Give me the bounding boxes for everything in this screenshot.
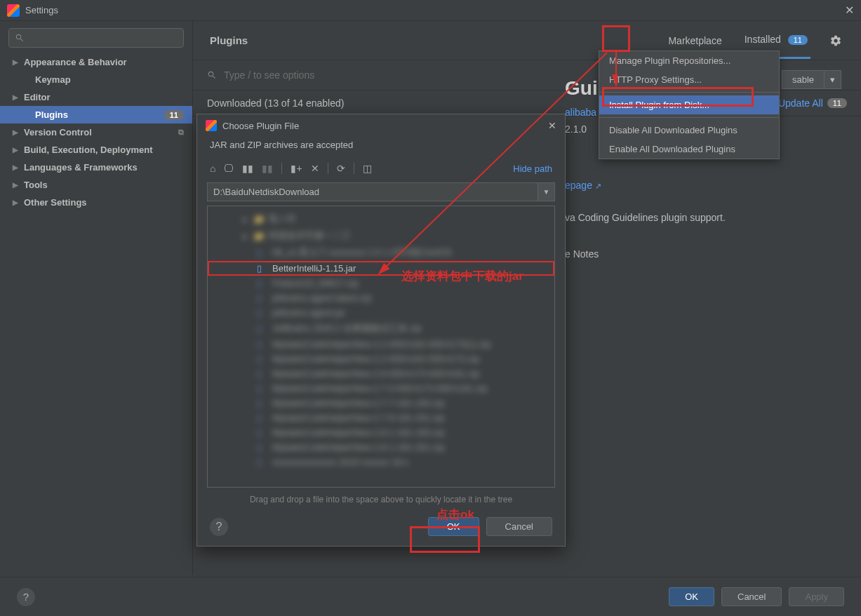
ok-button[interactable]: OK (669, 587, 714, 606)
chevron-right-icon: ▶ (13, 181, 20, 189)
help-button[interactable]: ? (210, 518, 228, 536)
close-icon[interactable]: ✕ (845, 4, 854, 17)
cancel-button[interactable]: Cancel (486, 517, 552, 536)
menu-item-enable-all-downloaded-plugins[interactable]: Enable All Downloaded Plugins (599, 140, 779, 159)
downloaded-label: Downloaded (13 of 14 enabled) (207, 98, 344, 109)
chevron-right-icon: ▶ (13, 128, 20, 136)
list-item[interactable]: ▯MybatisCodeHelperNew-2.2-IDEA162-IDEA17… (208, 337, 554, 351)
sidebar-item-label: Version Control (24, 127, 92, 138)
search-icon (207, 70, 217, 80)
list-item-selected[interactable]: ▯BetterIntelliJ-1.15.jar (208, 261, 554, 276)
search-icon (15, 33, 25, 43)
app-logo-icon (7, 4, 20, 17)
list-item[interactable]: ▯MybatisCodeHelperNew-2.8.1-181-183.zip (208, 425, 554, 440)
list-item[interactable]: ▯jetbrains-agent-latest.zip (208, 290, 554, 305)
plugin-description: va Coding Guidelines plugin support. (565, 212, 840, 223)
path-history-button[interactable]: ▼ (538, 182, 555, 201)
sidebar-item-languages-frameworks[interactable]: ▶Languages & Frameworks (0, 159, 192, 176)
delete-icon[interactable]: ✕ (311, 163, 319, 174)
menu-item-http-proxy-settings-[interactable]: HTTP Proxy Settings... (599, 70, 779, 89)
sidebar-item-version-control[interactable]: ▶Version Control⧉ (0, 123, 192, 141)
chevron-right-icon: ▶ (13, 93, 20, 101)
list-item[interactable]: ▯MybatisCodeHelperNew-2.7.7-181-183.zip (208, 396, 554, 410)
window-title: Settings (25, 5, 58, 15)
list-item[interactable]: ▯JetBrains 2020.2 全家桶激活工具.zip (208, 320, 554, 337)
chevron-right-icon: ▶ (13, 199, 20, 206)
app-logo-icon (206, 120, 217, 131)
chevron-right-icon: ▶ (13, 146, 20, 154)
dialog-title: Choose Plugin File (222, 121, 299, 131)
sidebar-item-appearance-behavior[interactable]: ▶Appearance & Behavior (0, 53, 192, 71)
sidebar-item-label: Build, Execution, Deployment (24, 145, 152, 155)
module-icon[interactable]: ▮▮ (262, 163, 273, 174)
list-item[interactable]: ▸📁阿里技术手册一二三 (208, 227, 554, 244)
help-button[interactable]: ? (17, 588, 35, 606)
menu-item-manage-plugin-repositories-[interactable]: Manage Plugin Repositories... (599, 51, 779, 70)
path-input[interactable] (207, 182, 538, 201)
external-link-icon: ↗ (595, 182, 601, 190)
plugin-search-placeholder: Type / to see options (224, 69, 314, 81)
menu-item-disable-all-downloaded-plugins[interactable]: Disable All Downloaded Plugins (599, 121, 779, 140)
sidebar-item-label: Plugins (35, 109, 68, 120)
settings-footer: ? OK Cancel Apply (0, 577, 861, 616)
selected-file-name: BetterIntelliJ-1.15.jar (272, 263, 356, 274)
list-item[interactable]: ▯MybatisCodeHelperNew-2.7.9-191-201.zip (208, 410, 554, 425)
close-icon[interactable]: ✕ (548, 120, 556, 131)
sidebar-search-input[interactable] (8, 28, 184, 48)
sidebar-item-other-settings[interactable]: ▶Other Settings (0, 194, 192, 211)
project-icon[interactable]: ▮▮ (242, 163, 253, 174)
list-item[interactable]: ▯06_xx 重入门 xxxxxxxx 2.0 1.4节5线CentOS (208, 244, 554, 261)
home-icon[interactable]: ⌂ (210, 163, 215, 174)
count-badge: 11 (164, 110, 184, 120)
chevron-right-icon: ▶ (13, 163, 20, 171)
dialog-toolbar: ⌂ 🖵 ▮▮ ▮▮ ▮+ ✕ ⟳ ◫ Hide path (197, 157, 565, 180)
gear-button[interactable] (827, 32, 844, 49)
menu-item-install-plugin-from-disk-[interactable]: Install Plugin from Disk... (599, 95, 779, 114)
list-item[interactable]: ▯MybatisCodeHelperNew-2.6-IDEA173-IDEA19… (208, 366, 554, 381)
refresh-icon[interactable]: ⟳ (337, 163, 345, 174)
sidebar-item-plugins[interactable]: Plugins11 (0, 106, 192, 123)
scope-icon: ⧉ (178, 128, 184, 137)
dialog-subtitle: JAR and ZIP archives are accepted (197, 137, 565, 157)
tab-installed-label: Installed (745, 34, 781, 45)
cancel-button[interactable]: Cancel (721, 587, 782, 606)
sidebar-item-keymap[interactable]: Keymap (0, 71, 192, 88)
sidebar-item-label: Editor (24, 92, 51, 102)
file-list[interactable]: ▸📁笔メ作 ▸📁阿里技术手册一二三 ▯06_xx 重入门 xxxxxxxx 2.… (207, 206, 555, 488)
settings-sidebar: ▶Appearance & BehaviorKeymap▶EditorPlugi… (0, 21, 193, 575)
sidebar-item-label: Keymap (35, 74, 71, 85)
gear-menu: Manage Plugin Repositories...HTTP Proxy … (599, 51, 780, 159)
sidebar-item-label: Appearance & Behavior (24, 57, 127, 67)
titlebar: Settings ✕ (0, 0, 861, 21)
list-item[interactable]: ▯MybatisCodeHelperNew-2.8.1-191-201.zip (208, 440, 554, 455)
sidebar-item-label: Other Settings (24, 197, 87, 208)
gear-icon (829, 34, 842, 47)
sidebar-item-label: Tools (24, 180, 48, 190)
list-item[interactable]: ▯xxxxxxxxxxxxxx 2019 xxxxxx 18.x (208, 455, 554, 469)
list-item[interactable]: ▯MybatisCodeHelperNew-2.2-IDEA162-IDEA17… (208, 351, 554, 366)
list-item[interactable]: ▯MybatisCodeHelperNew-2.7.0-IDEA173-IDEA… (208, 381, 554, 396)
list-item[interactable]: ▯jetbrains-agent.jar (208, 305, 554, 320)
show-hidden-icon[interactable]: ◫ (363, 163, 372, 174)
sidebar-item-tools[interactable]: ▶Tools (0, 176, 192, 194)
list-item[interactable]: ▸📁笔メ作 (208, 210, 554, 227)
apply-button[interactable]: Apply (789, 587, 844, 606)
sidebar-item-label: Languages & Frameworks (24, 162, 138, 173)
hide-path-link[interactable]: Hide path (513, 163, 552, 174)
list-item[interactable]: ▯Feature10_64617.zip (208, 276, 554, 290)
new-folder-icon[interactable]: ▮+ (291, 163, 302, 174)
ok-button[interactable]: OK (428, 517, 479, 536)
tab-installed-badge: 11 (788, 35, 808, 45)
dialog-hint: Drag and drop a file into the space abov… (197, 492, 565, 507)
plugin-homepage-link[interactable]: epage ↗ (565, 180, 601, 191)
sidebar-item-editor[interactable]: ▶Editor (0, 88, 192, 106)
file-chooser-dialog: Choose Plugin File ✕ JAR and ZIP archive… (196, 114, 566, 547)
page-title: Plugins (210, 34, 248, 46)
plugin-notes: e Notes (565, 248, 840, 260)
desktop-icon[interactable]: 🖵 (224, 163, 234, 174)
chevron-right-icon: ▶ (13, 58, 20, 66)
sidebar-item-build-execution-deployment[interactable]: ▶Build, Execution, Deployment (0, 141, 192, 159)
